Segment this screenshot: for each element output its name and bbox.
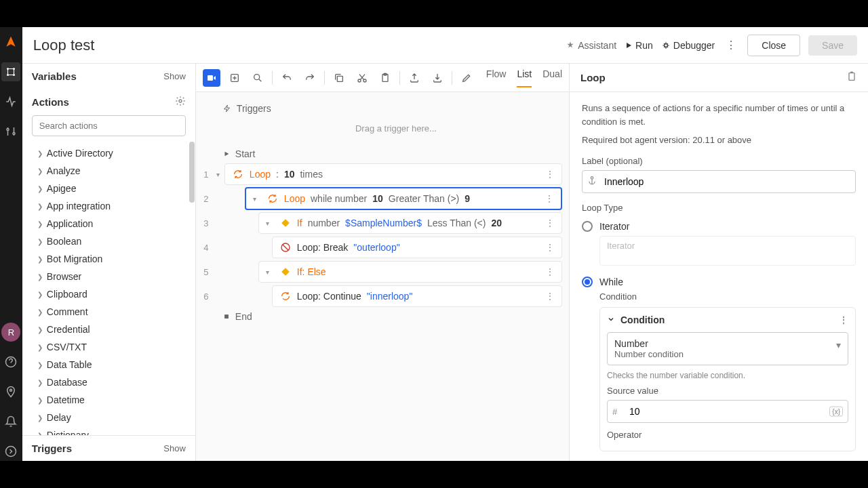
search-icon[interactable] (249, 69, 267, 87)
step-else[interactable]: ▾ If: Else ⋮ (258, 261, 562, 283)
action-item[interactable]: ❯CSV/TXT (22, 338, 195, 356)
action-item[interactable]: ❯Analyze (22, 162, 195, 180)
svg-rect-21 (849, 73, 854, 80)
svg-rect-11 (208, 75, 213, 81)
undo-icon[interactable] (278, 69, 296, 87)
line-number: 1 (196, 169, 216, 180)
import-icon[interactable] (429, 69, 446, 87)
svg-point-4 (7, 129, 9, 131)
action-item[interactable]: ❯Credential (22, 321, 195, 338)
view-tab-flow[interactable]: Flow (486, 68, 507, 87)
bell-icon[interactable] (1, 412, 20, 431)
flow-editor: Triggers Drag a trigger here... Start 1 … (196, 92, 569, 461)
paste-icon[interactable] (376, 69, 394, 87)
action-item[interactable]: ❯Active Directory (22, 144, 195, 162)
line-number: 3 (196, 218, 216, 228)
action-item[interactable]: ❯Boolean (22, 232, 195, 250)
export-icon[interactable] (406, 69, 423, 87)
step-continue[interactable]: Loop: Continue "innerloop" ⋮ (272, 285, 562, 307)
loop-icon (232, 168, 244, 180)
help-icon[interactable] (1, 352, 20, 371)
collapse-icon[interactable]: ▾ (266, 220, 274, 227)
props-copy-icon[interactable] (846, 71, 857, 85)
svg-rect-20 (224, 314, 229, 319)
location-icon[interactable] (1, 382, 20, 401)
action-item[interactable]: ❯Datetime (22, 391, 195, 409)
editor-toolbar: Flow List Dual (196, 64, 569, 92)
triggers-show[interactable]: Show (163, 443, 186, 453)
scrollbar-thumb[interactable] (189, 142, 195, 203)
left-nav-bar: R (0, 27, 22, 461)
action-item[interactable]: ❯Clipboard (22, 285, 195, 303)
redo-icon[interactable] (301, 69, 319, 87)
chevron-down-icon[interactable] (607, 314, 615, 325)
search-actions-input[interactable] (32, 115, 186, 136)
action-item[interactable]: ❯Browser (22, 268, 195, 285)
nav-item-2[interactable] (1, 92, 20, 111)
run-button[interactable]: Run (625, 40, 653, 51)
variables-show[interactable]: Show (163, 71, 186, 81)
copy-icon[interactable] (330, 69, 348, 87)
step-loop-2[interactable]: ▾ Loop while number 10 Greater Than (>) … (245, 187, 562, 210)
record-icon[interactable] (203, 69, 220, 87)
debugger-button[interactable]: Debugger (661, 40, 715, 51)
triggers-block[interactable]: Triggers (223, 100, 569, 117)
action-item[interactable]: ❯Dictionary (22, 426, 195, 435)
target-icon[interactable] (226, 69, 243, 87)
source-value-label: Source value (607, 386, 848, 396)
nav-item-1[interactable] (1, 62, 20, 81)
cut-icon[interactable] (353, 69, 371, 87)
action-item[interactable]: ❯Delay (22, 409, 195, 426)
condition-type-select[interactable]: Number Number condition ▾ (607, 332, 848, 365)
trigger-drop-zone[interactable]: Drag a trigger here... (223, 117, 569, 140)
action-item[interactable]: ❯Apigee (22, 180, 195, 197)
step-menu-icon[interactable]: ⋮ (545, 291, 555, 302)
expand-icon[interactable] (1, 442, 20, 461)
svg-point-5 (13, 133, 15, 135)
radio-while[interactable]: While (582, 272, 856, 291)
step-menu-icon[interactable]: ⋮ (545, 169, 555, 180)
action-item[interactable]: ❯Comment (22, 303, 195, 321)
variable-picker-icon[interactable]: {x} (829, 407, 843, 417)
variables-header: Variables Show (22, 64, 195, 89)
step-menu-icon[interactable]: ⋮ (545, 193, 554, 204)
step-menu-icon[interactable]: ⋮ (545, 218, 555, 228)
source-value-input[interactable] (607, 400, 848, 423)
edit-icon[interactable] (458, 69, 475, 87)
svg-point-9 (664, 43, 667, 47)
action-item[interactable]: ❯Application (22, 215, 195, 232)
view-tab-list[interactable]: List (517, 68, 532, 87)
iterator-select: Iterator (599, 236, 856, 266)
label-input[interactable] (582, 170, 856, 193)
props-requirement: Required bot agent version: 20.11 or abo… (582, 135, 856, 145)
line-number: 6 (196, 291, 216, 302)
action-item[interactable]: ❯App integration (22, 197, 195, 215)
collapse-icon[interactable]: ▾ (216, 171, 224, 178)
actions-settings-icon[interactable] (175, 96, 186, 108)
svg-rect-14 (337, 76, 342, 81)
step-menu-icon[interactable]: ⋮ (545, 266, 555, 277)
step-menu-icon[interactable]: ⋮ (545, 242, 555, 253)
actions-header: Actions (22, 89, 195, 115)
step-loop-1[interactable]: Loop: 10 times ⋮ (224, 163, 562, 185)
user-avatar[interactable]: R (1, 323, 20, 342)
svg-point-22 (591, 177, 593, 180)
action-item[interactable]: ❯Data Table (22, 356, 195, 373)
close-button[interactable]: Close (747, 35, 800, 56)
step-if[interactable]: ▾ If number $SampleNumber$ Less Than (<)… (258, 212, 562, 234)
assistant-button[interactable]: Assistant (566, 40, 616, 51)
radio-iterator[interactable]: Iterator (582, 217, 856, 236)
page-title: Loop test (33, 37, 557, 54)
condition-menu-icon[interactable]: ⋮ (839, 314, 848, 325)
save-button[interactable]: Save (808, 35, 857, 56)
action-item[interactable]: ❯Database (22, 373, 195, 391)
view-tab-dual[interactable]: Dual (542, 68, 562, 87)
collapse-icon[interactable]: ▾ (253, 195, 261, 203)
line-number: 2 (196, 194, 216, 204)
collapse-icon[interactable]: ▾ (266, 268, 274, 276)
more-menu[interactable]: ⋮ (723, 36, 739, 54)
action-item[interactable]: ❯Bot Migration (22, 250, 195, 268)
break-icon (279, 241, 292, 253)
step-break[interactable]: Loop: Break "outerloop" ⋮ (272, 237, 562, 258)
nav-item-3[interactable] (1, 122, 20, 141)
